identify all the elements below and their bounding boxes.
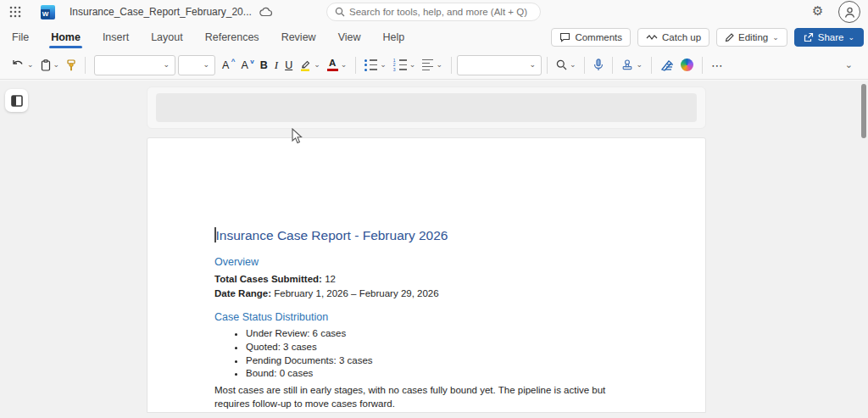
copilot-button[interactable] [677, 55, 697, 75]
app-launcher-icon[interactable] [3, 2, 27, 22]
italic-button[interactable]: I [271, 55, 281, 75]
editor-pen-icon [660, 59, 674, 71]
share-button[interactable]: Share ⌄ [794, 28, 864, 47]
bold-button[interactable]: B [257, 55, 271, 75]
cloud-saved-icon[interactable] [259, 7, 273, 17]
chevron-down-icon: ⌄ [570, 61, 576, 69]
bullet-list-button[interactable]: ⌄ [361, 55, 390, 75]
document-canvas: Insurance Case Report - February 2026 Ov… [0, 81, 868, 418]
menu-tab-review[interactable]: Review [281, 26, 316, 48]
chevron-down-icon: ⌄ [636, 61, 643, 69]
chevron-down-icon: ⌄ [203, 61, 210, 69]
list-item[interactable]: Quoted: 3 cases [246, 341, 654, 354]
search-bar[interactable] [326, 3, 541, 21]
doc-date-range-line[interactable]: Date Range: February 1, 2026 – February … [214, 287, 654, 301]
divider [451, 57, 452, 74]
list-item[interactable]: Pending Documents: 3 cases [246, 354, 654, 368]
stamp-icon [621, 59, 633, 71]
document-title[interactable]: Insurance_Case_Report_February_20... [70, 6, 252, 18]
copilot-icon [681, 59, 693, 71]
chevron-down-icon: ⌄ [436, 61, 442, 69]
menu-tab-references[interactable]: References [205, 26, 259, 48]
font-color-button[interactable]: A ⌄ [324, 55, 351, 75]
divider [547, 57, 548, 74]
search-icon [335, 7, 345, 17]
font-name-select[interactable]: ⌄ [94, 55, 175, 75]
ribbon-toolbar: ⌄ ⌄ ⌄ ⌄ A^ Av B I U ⌄ [0, 51, 868, 80]
chevron-down-icon: ⌄ [314, 61, 320, 69]
menu-tab-help[interactable]: Help [383, 26, 405, 48]
find-button[interactable]: ⌄ [553, 55, 580, 75]
menu-tab-layout[interactable]: Layout [151, 26, 183, 48]
paste-button[interactable]: ⌄ [37, 55, 64, 75]
vertical-scrollbar-thumb[interactable] [861, 84, 866, 138]
clipboard-icon [41, 59, 51, 71]
menu-tab-insert[interactable]: Insert [103, 26, 129, 48]
align-left-icon [422, 59, 433, 71]
share-icon [804, 32, 814, 42]
undo-button[interactable]: ⌄ [8, 55, 37, 75]
menu-actions: Comments Catch up Editing ⌄ Share ⌄ [551, 28, 864, 47]
divider [355, 57, 356, 74]
doc-heading-case-status[interactable]: Case Status Distribution [214, 311, 654, 323]
document-page[interactable]: Insurance Case Report - February 2026 Ov… [147, 137, 706, 413]
chevron-down-icon: ⌄ [848, 34, 854, 42]
styles-select[interactable]: ⌄ [457, 55, 542, 75]
chevron-down-icon: ⌄ [27, 61, 34, 69]
chevron-down-icon: ⌄ [380, 61, 387, 69]
comments-button[interactable]: Comments [551, 28, 631, 47]
catch-up-button[interactable]: Catch up [637, 28, 709, 47]
alignment-button[interactable]: ⌄ [419, 55, 446, 75]
doc-total-cases-line[interactable]: Total Cases Submitted: 12 [214, 272, 654, 287]
stamp-tools-button[interactable]: ⌄ [618, 55, 646, 75]
dictate-button[interactable] [590, 55, 607, 75]
pane-layout-icon [11, 95, 23, 107]
font-color-swatch [327, 69, 338, 71]
header-placeholder-block [156, 93, 697, 122]
word-app-icon[interactable]: W [41, 5, 55, 20]
chevron-down-icon: ⌄ [529, 61, 536, 69]
chevron-down-icon: ⌄ [341, 61, 348, 69]
numbered-list-icon: 1 2 3 [393, 59, 407, 71]
settings-gear-icon[interactable]: ⚙ [812, 3, 823, 19]
grow-font-button[interactable]: A^ [219, 55, 237, 75]
collapse-ribbon-button[interactable]: ⌄ [838, 56, 860, 74]
microphone-icon [593, 59, 604, 71]
menu-tab-view[interactable]: View [338, 26, 361, 48]
comment-bubble-icon [559, 32, 570, 42]
chevron-down-icon: ⌄ [409, 61, 416, 69]
doc-heading-overview[interactable]: Overview [214, 256, 654, 268]
titlebar: W Insurance_Case_Report_February_20... ⚙ [0, 0, 868, 24]
menu-tab-file[interactable]: File [12, 26, 29, 48]
numbered-list-button[interactable]: 1 2 3 ⌄ [390, 55, 420, 75]
divider [85, 57, 86, 74]
format-painter-button[interactable] [63, 55, 80, 75]
menu-tab-home[interactable]: Home [51, 26, 81, 48]
list-item[interactable]: Under Review: 6 cases [246, 327, 654, 341]
person-icon [843, 6, 856, 19]
menubar: File Home Insert Layout References Revie… [0, 24, 868, 51]
highlight-color-button[interactable]: ⌄ [296, 55, 324, 75]
font-size-select[interactable]: ⌄ [178, 55, 215, 75]
page-header-placeholder [147, 86, 706, 129]
search-input[interactable] [349, 7, 531, 17]
waffle-grid-icon [9, 6, 21, 18]
editor-button[interactable] [657, 55, 677, 75]
divider [651, 57, 652, 74]
sidebar-pane-toggle[interactable] [5, 89, 28, 112]
case-status-list[interactable]: Under Review: 6 cases Quoted: 3 cases Pe… [214, 327, 654, 381]
doc-summary-paragraph[interactable]: Most cases are still in early stages, wi… [214, 383, 654, 410]
chevron-down-icon: ⌄ [772, 34, 779, 42]
list-item[interactable]: Bound: 0 cases [246, 367, 654, 381]
more-options-button[interactable]: ⋯ [708, 55, 727, 75]
undo-icon [12, 59, 25, 70]
divider [584, 57, 585, 74]
account-avatar[interactable] [838, 1, 860, 23]
editing-mode-button[interactable]: Editing ⌄ [716, 28, 787, 47]
doc-title-heading[interactable]: Insurance Case Report - February 2026 [214, 227, 654, 243]
highlighter-icon [299, 59, 311, 71]
format-painter-icon [66, 59, 76, 71]
underline-button[interactable]: U [281, 55, 296, 75]
pencil-icon [725, 33, 734, 42]
shrink-font-button[interactable]: Av [237, 55, 256, 75]
